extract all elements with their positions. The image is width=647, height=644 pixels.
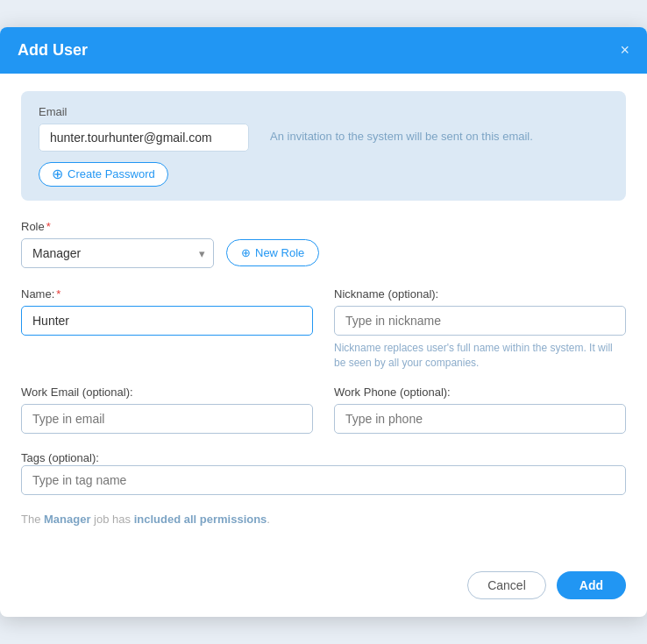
role-label: Role*: [21, 220, 626, 233]
nickname-field: Nickname (optional): Nickname replaces u…: [334, 287, 626, 371]
role-select-wrapper: Manager Admin Viewer ▾: [21, 238, 214, 268]
name-required: *: [56, 287, 60, 301]
work-email-field: Work Email (optional):: [21, 386, 313, 434]
email-hint: An invitation to the system will be sent…: [270, 105, 533, 143]
modal-title: Add User: [18, 41, 88, 60]
modal-body: Email hunter.tourhunter@gmail.com ⊕ Crea…: [0, 74, 647, 563]
create-password-button[interactable]: ⊕ Create Password: [39, 162, 168, 187]
permission-text: included all permissions: [134, 513, 267, 526]
add-button[interactable]: Add: [557, 571, 626, 599]
email-value: hunter.tourhunter@gmail.com: [39, 124, 249, 152]
cancel-button[interactable]: Cancel: [467, 571, 546, 599]
work-email-phone-row: Work Email (optional): Work Phone (optio…: [21, 386, 626, 434]
role-select[interactable]: Manager Admin Viewer: [21, 238, 214, 268]
tags-input[interactable]: [21, 465, 626, 495]
new-role-label: New Role: [255, 246, 304, 259]
work-phone-field: Work Phone (optional):: [334, 386, 626, 434]
add-user-modal: Add User × Email hunter.tourhunter@gmail…: [0, 27, 647, 618]
name-input[interactable]: [21, 306, 313, 336]
email-label: Email: [39, 105, 249, 118]
role-row: Manager Admin Viewer ▾ ⊕ New Role: [21, 238, 626, 268]
email-section: Email hunter.tourhunter@gmail.com ⊕ Crea…: [21, 91, 626, 201]
name-label: Name:*: [21, 287, 313, 301]
modal-header: Add User ×: [0, 27, 647, 74]
close-button[interactable]: ×: [620, 42, 629, 58]
new-role-button[interactable]: ⊕ New Role: [226, 239, 319, 266]
role-section: Role* Manager Admin Viewer ▾ ⊕ New Role: [21, 220, 626, 268]
nickname-label: Nickname (optional):: [334, 287, 626, 301]
permission-role: Manager: [44, 513, 90, 526]
nickname-input[interactable]: [334, 306, 626, 336]
work-phone-label: Work Phone (optional):: [334, 386, 626, 399]
email-left: Email hunter.tourhunter@gmail.com ⊕ Crea…: [39, 105, 249, 187]
tags-label: Tags (optional):: [21, 451, 99, 464]
name-field: Name:*: [21, 287, 313, 371]
create-password-label: Create Password: [68, 167, 155, 180]
work-email-input[interactable]: [21, 404, 313, 434]
required-indicator: *: [46, 220, 51, 233]
modal-footer: Cancel Add: [0, 563, 647, 617]
name-nickname-row: Name:* Nickname (optional): Nickname rep…: [21, 287, 626, 371]
plus-icon: ⊕: [52, 167, 63, 181]
permission-note: The Manager job has included all permiss…: [21, 513, 626, 526]
new-role-plus-icon: ⊕: [241, 246, 251, 259]
nickname-hint: Nickname replaces user's full name withi…: [334, 341, 626, 371]
work-email-label: Work Email (optional):: [21, 386, 313, 399]
work-phone-input[interactable]: [334, 404, 626, 434]
tags-section: Tags (optional):: [21, 449, 626, 495]
